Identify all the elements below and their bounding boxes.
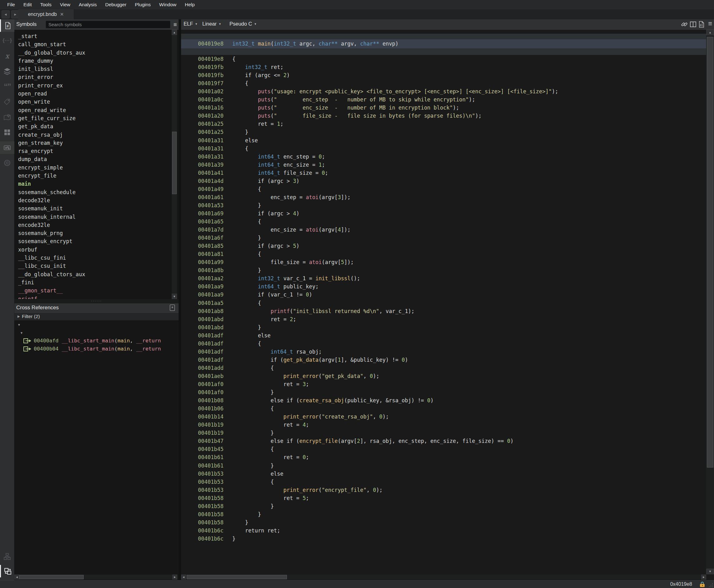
xref-group-code-references[interactable]: ▼ Code References {2} xyxy=(14,320,179,329)
code-line[interactable]: 00401af0 ret = 3; xyxy=(181,380,706,388)
code-line[interactable]: 00401abd ret = 2; xyxy=(181,315,706,323)
address[interactable]: 00401add xyxy=(198,364,232,372)
code-line[interactable]: 00401adf int64_t rsa_obj; xyxy=(181,348,706,356)
code-line[interactable]: 00401a53 } xyxy=(181,201,706,209)
arch-dropdown[interactable]: ELF▼ xyxy=(184,21,198,27)
address[interactable]: 00401a02 xyxy=(198,87,232,96)
symbol-main[interactable]: main xyxy=(14,180,171,188)
address[interactable]: 00401b53 xyxy=(198,470,232,478)
address[interactable]: 004019e8 xyxy=(198,55,232,63)
address[interactable]: 00401a81 xyxy=(198,250,232,258)
segments-icon[interactable] xyxy=(0,126,14,139)
code-line[interactable]: 00401a85 if (argc > 5) xyxy=(181,242,706,250)
symbol-get_pk_data[interactable]: get_pk_data xyxy=(14,122,171,130)
variables-icon[interactable]: x xyxy=(0,50,14,62)
address[interactable]: 00401a25 xyxy=(198,120,232,128)
linear-view[interactable]: 004019e8int32_t main(int32_t argc, char*… xyxy=(181,30,706,574)
menu-plugins[interactable]: Plugins xyxy=(135,2,151,7)
stack-icon[interactable] xyxy=(0,65,14,78)
address[interactable]: 00401a53 xyxy=(198,201,232,209)
address[interactable]: 00401a8b xyxy=(198,266,232,274)
xref-group-start[interactable]: ▼ _start {2} xyxy=(14,329,179,337)
symbol-sosemanuk_schedule[interactable]: sosemanuk_schedule xyxy=(14,188,171,196)
symbol-_start[interactable]: _start xyxy=(14,32,171,40)
address[interactable]: 00401a4d xyxy=(198,177,232,185)
symbol-call_gmon_start[interactable]: call_gmon_start xyxy=(14,40,171,48)
address[interactable]: 00401a31 xyxy=(198,145,232,153)
code-line[interactable]: 00401ab8 printf("init_libssl returned %d… xyxy=(181,307,706,315)
address[interactable]: 00401b45 xyxy=(198,445,232,453)
code-scroll-down[interactable]: ▼ xyxy=(706,569,714,574)
address[interactable]: 00401a16 xyxy=(198,104,232,112)
code-line[interactable]: 00401a81 { xyxy=(181,250,706,258)
code-line[interactable]: 00401a99 file_size = atoi(argv[5]); xyxy=(181,258,706,266)
code-line[interactable]: 00401b58 } xyxy=(181,519,706,526)
address[interactable]: 00401b58 xyxy=(198,494,232,502)
code-scroll-up[interactable]: ▲ xyxy=(706,30,714,35)
code-line[interactable]: 00401a25 } xyxy=(181,128,706,136)
code-line[interactable]: 00401a61 enc_step = atoi(argv[3]); xyxy=(181,193,706,201)
lock-icon[interactable] xyxy=(700,582,705,587)
code-line[interactable]: 00401adf { xyxy=(181,340,706,348)
address[interactable]: 00401a25 xyxy=(198,128,232,136)
code-line[interactable]: 00401a39 int64_t enc_size = 1; xyxy=(181,161,706,169)
address[interactable]: 00401a0c xyxy=(198,96,232,104)
code-line[interactable]: 00401b45 { xyxy=(181,445,706,453)
code-line[interactable]: 004019fb int32_t ret; xyxy=(181,63,706,71)
address[interactable]: 00401adf xyxy=(198,356,232,364)
menu-analysis[interactable]: Analysis xyxy=(79,2,97,7)
code-line[interactable]: 00401aeb print_error("get_pk_data", 0); xyxy=(181,372,706,380)
address[interactable]: 004019fb xyxy=(198,63,232,71)
symbol-open_write[interactable]: open_write xyxy=(14,98,171,106)
code-line[interactable]: 00401a49 { xyxy=(181,185,706,193)
address[interactable]: 00401b58 xyxy=(198,502,232,510)
address[interactable]: 00401aa9 xyxy=(198,291,232,299)
strings-icon[interactable]: “” xyxy=(0,80,14,93)
back-button[interactable]: ◄ xyxy=(2,10,10,18)
code-hscrollbar-thumb[interactable] xyxy=(187,575,287,579)
address[interactable]: 00401b47 xyxy=(198,437,232,445)
symbol-gen_stream_key[interactable]: gen_stream_key xyxy=(14,139,171,147)
code-line[interactable]: 00401a0c puts(" enc_step - number of MB … xyxy=(181,96,706,104)
menu-tools[interactable]: Tools xyxy=(40,2,52,7)
code-line[interactable]: 00401a4d if (argc > 3) xyxy=(181,177,706,185)
symbols-icon[interactable]: # xyxy=(0,19,14,32)
sidebar-scrollbar-thumb[interactable] xyxy=(19,575,84,579)
code-line[interactable]: 00401b58 } xyxy=(181,510,706,519)
symbols-scroll-down[interactable]: ▼ xyxy=(172,294,177,299)
address[interactable]: 00401b58 xyxy=(198,519,232,526)
function-signature-line[interactable]: 004019e8int32_t main(int32_t argc, char*… xyxy=(181,39,706,48)
code-line[interactable]: 00401a31 else xyxy=(181,136,706,145)
code-line[interactable]: 00401b14 print_error("create_rsa_obj", 0… xyxy=(181,413,706,421)
address[interactable]: 00401b53 xyxy=(198,486,232,494)
code-line[interactable]: 00401a16 puts(" enc_size - number of MB … xyxy=(181,104,706,112)
code-line[interactable]: 00401b53 print_error("encrypt_file", 0); xyxy=(181,486,706,494)
address[interactable]: 00401a41 xyxy=(198,169,232,177)
symbol-get_file_curr_size[interactable]: get_file_curr_size xyxy=(14,114,171,122)
panel-splitter[interactable]: ······ xyxy=(14,299,179,303)
code-line[interactable]: 00401aa5 { xyxy=(181,299,706,307)
address[interactable]: 00401b6c xyxy=(198,534,232,543)
new-pane-icon[interactable]: + xyxy=(170,304,175,311)
code-line[interactable]: 00401b47 else if (encrypt_file(argv[2], … xyxy=(181,437,706,445)
symbols-scroll-up[interactable]: ▲ xyxy=(172,30,177,35)
address[interactable]: 00401b08 xyxy=(198,396,232,404)
symbol-sosemanuk_init[interactable]: sosemanuk_init xyxy=(14,205,171,213)
symbol-decode32le[interactable]: decode32le xyxy=(14,196,171,205)
code-line[interactable]: 00401b19 ret = 4; xyxy=(181,421,706,429)
binary-view-icon[interactable]: 01 xyxy=(698,21,705,29)
code-line[interactable]: 00401a6f } xyxy=(181,234,706,242)
code-line[interactable]: 00401adf if (get_pk_data(argv[1], &publi… xyxy=(181,356,706,364)
linked-nodes-icon[interactable] xyxy=(0,141,14,154)
code-line[interactable]: 00401a20 puts(" file_size - file size in… xyxy=(181,112,706,120)
code-line[interactable]: 004019f7 { xyxy=(181,79,706,87)
code-line[interactable]: 00401a25 ret = 1; xyxy=(181,120,706,128)
address[interactable]: 004019f7 xyxy=(198,79,232,87)
address[interactable]: 00401b19 xyxy=(198,429,232,437)
xref-filter-row[interactable]: ▶ Filter (2) xyxy=(14,313,179,320)
address[interactable]: 00401a69 xyxy=(198,209,232,217)
address[interactable]: 004019e8 xyxy=(198,39,232,48)
hamburger-icon[interactable]: ≡ xyxy=(708,20,712,28)
address[interactable]: 00401adf xyxy=(198,340,232,348)
code-line[interactable]: 00401a8b } xyxy=(181,266,706,274)
